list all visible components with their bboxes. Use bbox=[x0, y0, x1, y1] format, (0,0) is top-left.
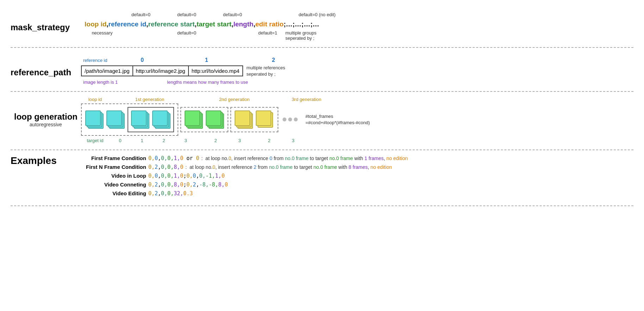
dot-3 bbox=[294, 118, 298, 121]
ex1-desc: : at loop no.0, insert reference 0 from … bbox=[201, 156, 408, 161]
ref-id-0: 0 bbox=[112, 57, 172, 63]
default-loop bbox=[85, 12, 120, 17]
image-length-note: image length is 1 bbox=[83, 80, 118, 85]
example-row-2: First N Frame Condition 0,2,0,0,8,0 : at… bbox=[65, 164, 408, 170]
ref-id-label: reference id bbox=[83, 58, 107, 63]
frame-group-3 bbox=[152, 110, 171, 129]
loop-gen-title-block: loop generation autoregressive bbox=[11, 112, 81, 127]
tid-2-gen1: 2 bbox=[153, 138, 175, 143]
loop-id-param: loop id bbox=[85, 20, 106, 28]
gen2-label: 2nd generation bbox=[194, 97, 275, 102]
mask-strategy-title: mask_strategy bbox=[11, 12, 81, 32]
frame-group-0 bbox=[85, 110, 104, 129]
annot-edit: multiple groupsseperated by ; bbox=[282, 30, 352, 41]
reference-path-box: /path/to/image1.jpg http:url/to/image2.j… bbox=[81, 65, 243, 76]
reference-path-section: reference_path reference id 0 1 2 /path/… bbox=[11, 48, 633, 92]
annot-length: default=1 bbox=[254, 30, 282, 36]
gen3-label: 3rd generation bbox=[275, 97, 338, 102]
ex5-name: Video Editing bbox=[65, 190, 146, 196]
gen1-label: 1st generation bbox=[109, 97, 190, 102]
loop-gen-subtitle: autoregressive bbox=[11, 122, 81, 127]
target-start-param: target start bbox=[197, 20, 231, 28]
ex1-code: 0,0,0,0,1,0 or 0 bbox=[148, 155, 199, 161]
dot-2 bbox=[288, 118, 292, 121]
gen3-dashed-box bbox=[230, 107, 278, 132]
examples-title: Examples bbox=[11, 155, 57, 166]
gen1-solid-box bbox=[128, 107, 174, 132]
reference-path-title: reference_path bbox=[11, 57, 81, 77]
default-ref-id: default=0 bbox=[120, 12, 162, 17]
frame-stack-3-1 bbox=[256, 110, 274, 129]
tid-1: 1 bbox=[131, 138, 153, 143]
annot-tgtstart bbox=[211, 30, 254, 36]
example-row-1: First Frame Condition 0,0,0,0,1,0 or 0 :… bbox=[65, 155, 408, 161]
frame-group-2 bbox=[131, 110, 149, 129]
tid-2-gen3: 2 bbox=[257, 138, 281, 143]
edit-ratio-param: edit ratio bbox=[255, 20, 284, 28]
frame-group-gen3-0 bbox=[235, 110, 253, 129]
ref-multiple-label: multiple referencesseperated by ; bbox=[247, 65, 285, 77]
dot-1 bbox=[283, 118, 286, 121]
frame-group-gen2-0 bbox=[185, 110, 203, 129]
target-id-label: target id bbox=[81, 138, 109, 143]
ref-path-0: /path/to/image1.jpg bbox=[82, 66, 133, 76]
frame-group-1 bbox=[106, 110, 125, 129]
default-edit: default=0 (no edit) bbox=[282, 12, 352, 17]
ref-path-1: http:url/to/image2.jpg bbox=[133, 66, 189, 76]
lengths-note: lengths means how many frames to use bbox=[167, 80, 248, 85]
frame-group-gen3-1 bbox=[256, 110, 274, 129]
ex2-desc: : at loop no.0, insert reference 2 from … bbox=[185, 164, 392, 170]
total-frames-label: #total_frames=#cond+#loop*(#frames-#cond… bbox=[302, 113, 370, 126]
frame-stack-3-0 bbox=[235, 110, 253, 129]
loop-generation-title: loop generation bbox=[11, 112, 81, 122]
tid-3-gen3: 3 bbox=[281, 138, 305, 143]
ex2-name: First N Frame Condition bbox=[65, 164, 146, 170]
tid-3-gen1: 3 bbox=[175, 138, 197, 143]
frame-stack-0-0 bbox=[85, 110, 104, 129]
loop-generation-section: loop id 1st generation 2nd generation 3r… bbox=[11, 92, 633, 150]
frame-stack-2-0 bbox=[185, 110, 203, 129]
tid-3-gen2: 3 bbox=[228, 138, 252, 143]
separator-text: ;…;…;…;… bbox=[284, 20, 319, 28]
params-line: loop id,reference id,reference start,tar… bbox=[81, 18, 352, 30]
tid-0: 0 bbox=[109, 138, 131, 143]
default-ref-start: default=0 bbox=[162, 12, 211, 17]
ref-id-2: 2 bbox=[241, 57, 306, 63]
loop-frames-container: #total_frames=#cond+#loop*(#frames-#cond… bbox=[81, 103, 370, 136]
reference-start-param: reference start bbox=[148, 20, 195, 28]
outer-dashed-box bbox=[81, 103, 178, 136]
example-row-5: Video Editing 0,2,0,0,32,0.3 bbox=[65, 190, 408, 197]
annot-refid bbox=[120, 30, 162, 36]
annot-loop: necessary bbox=[85, 30, 120, 36]
default-tgt-start: default=0 bbox=[211, 12, 254, 17]
gen2-dashed-box bbox=[180, 107, 228, 132]
length-param: length bbox=[233, 20, 253, 28]
ex4-code: 0,2,0,0,8,0;0,2,-8,-8,8,0 bbox=[148, 182, 228, 188]
annot-refstart: default=0 bbox=[162, 30, 211, 36]
ref-path-2: http:url/to/video.mp4 bbox=[189, 66, 242, 76]
frame-stack-2-1 bbox=[206, 110, 224, 129]
examples-section: Examples First Frame Condition 0,0,0,0,1… bbox=[11, 150, 633, 206]
ex3-code: 0,0,0,0,1,0;0,0,0,-1,1,0 bbox=[148, 173, 225, 179]
ex5-code: 0,2,0,0,32,0.3 bbox=[148, 190, 193, 197]
frame-stack-1-1 bbox=[152, 110, 171, 129]
continuation-dots bbox=[278, 118, 302, 121]
frame-group-gen2-1 bbox=[206, 110, 224, 129]
ex3-name: Video in Loop bbox=[65, 173, 146, 179]
ex4-name: Video Conneting bbox=[65, 182, 146, 188]
frame-stack-1-0 bbox=[131, 110, 149, 129]
example-row-3: Video in Loop 0,0,0,0,1,0;0,0,0,-1,1,0 bbox=[65, 173, 408, 179]
loop-id-col-label: loop id bbox=[81, 97, 109, 102]
reference-id-param: reference id bbox=[109, 20, 147, 28]
example-row-4: Video Conneting 0,2,0,0,8,0;0,2,-8,-8,8,… bbox=[65, 182, 408, 188]
mask-strategy-section: mask_strategy default=0 default=0 defaul… bbox=[11, 7, 633, 48]
ref-id-1: 1 bbox=[172, 57, 241, 63]
tid-2-gen2: 2 bbox=[204, 138, 228, 143]
frame-stack-0-1 bbox=[106, 110, 125, 129]
ex1-name: First Frame Condition bbox=[65, 155, 146, 161]
ex2-code: 0,2,0,0,8,0 bbox=[148, 164, 183, 170]
examples-table: First Frame Condition 0,0,0,0,1,0 or 0 :… bbox=[65, 155, 408, 199]
